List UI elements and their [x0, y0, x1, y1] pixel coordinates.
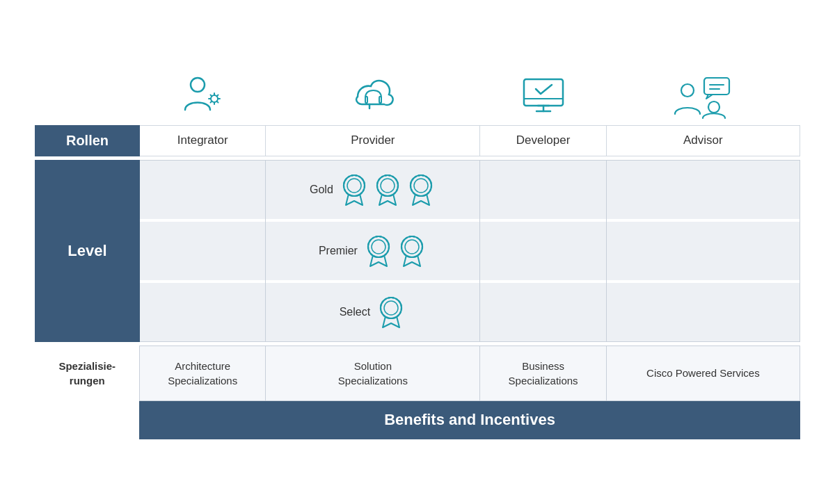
premier-integrator [140, 222, 266, 280]
spez-business: BusinessSpecializations [480, 346, 606, 400]
main-container: Rollen Integrator Provider Developer Adv… [35, 65, 800, 439]
overview-table: Rollen Integrator Provider Developer Adv… [35, 65, 800, 439]
architecture-specializations: ArchitectureSpecializations [168, 360, 237, 387]
icons-row [35, 65, 800, 126]
spez-cisco-powered: Cisco Powered Services [606, 346, 800, 400]
integrator-icon-cell [140, 65, 266, 126]
gold-provider: Gold [266, 160, 480, 219]
select-badges [376, 294, 406, 330]
gold-badge-3 [406, 172, 436, 208]
svg-line-9 [211, 101, 212, 102]
premier-content: Premier [271, 233, 474, 269]
rollen-row: Rollen Integrator Provider Developer Adv… [35, 125, 800, 156]
level-label-cell: Level [35, 160, 140, 341]
premier-label: Premier [319, 245, 358, 257]
select-label: Select [340, 306, 370, 318]
spez-solution: SolutionSpecializations [266, 346, 480, 400]
gold-integrator [140, 160, 266, 219]
gold-badges [339, 172, 436, 208]
premier-badge-2 [397, 233, 427, 269]
empty-icon-cell [35, 65, 140, 126]
solution-specializations: SolutionSpecializations [338, 360, 408, 387]
premier-badges [363, 233, 427, 269]
premier-row: Premier [35, 222, 800, 280]
integrator-icon [178, 72, 227, 121]
provider-icon [345, 72, 401, 121]
gold-row: Level Gold [35, 160, 800, 219]
svg-point-19 [708, 101, 719, 113]
benefits-row: Benefits and Incentives [35, 400, 800, 439]
level-label: Level [67, 242, 106, 259]
spez-row: Spezialisie-rungen ArchitectureSpecializ… [35, 346, 800, 400]
svg-point-18 [681, 84, 694, 97]
gold-advisor [606, 160, 800, 219]
advisor-label: Advisor [606, 125, 800, 156]
select-content: Select [271, 294, 474, 330]
cisco-powered-services: Cisco Powered Services [646, 367, 760, 379]
gold-badge-1 [339, 172, 369, 208]
svg-line-7 [217, 101, 218, 102]
benefits-empty [35, 400, 140, 439]
svg-point-30 [372, 240, 385, 254]
developer-icon-cell [480, 65, 606, 126]
select-advisor [606, 283, 800, 342]
svg-point-21 [347, 179, 361, 193]
gold-developer [480, 160, 606, 219]
select-badge-1 [376, 294, 406, 330]
provider-icon-cell [266, 65, 480, 126]
business-specializations: BusinessSpecializations [509, 360, 578, 387]
svg-line-8 [217, 95, 218, 96]
advisor-icon [668, 72, 738, 121]
spez-label: Spezialisie-rungen [58, 360, 116, 387]
gold-badge-2 [372, 172, 403, 208]
gold-content: Gold [271, 172, 474, 208]
select-provider: Select [266, 283, 480, 342]
premier-badge-1 [363, 233, 394, 269]
advisor-icon-cell [606, 65, 800, 126]
rollen-label-cell: Rollen [35, 125, 140, 156]
svg-point-0 [191, 78, 205, 92]
provider-label: Provider [266, 125, 480, 156]
spez-label-cell: Spezialisie-rungen [35, 346, 140, 400]
select-row: Select [35, 283, 800, 342]
svg-point-27 [414, 179, 428, 193]
svg-point-24 [381, 179, 395, 193]
svg-point-36 [384, 301, 398, 315]
select-developer [480, 283, 606, 342]
gold-label: Gold [310, 184, 333, 196]
premier-advisor [606, 222, 800, 280]
benefits-label: Benefits and Incentives [140, 400, 800, 439]
developer-icon [516, 72, 571, 121]
svg-line-6 [211, 95, 212, 96]
svg-rect-15 [704, 78, 729, 95]
spez-architecture: ArchitectureSpecializations [140, 346, 266, 400]
rollen-label: Rollen [66, 133, 109, 148]
integrator-label: Integrator [140, 125, 266, 156]
developer-label: Developer [480, 125, 606, 156]
premier-developer [480, 222, 606, 280]
premier-provider: Premier [266, 222, 480, 280]
select-integrator [140, 283, 266, 342]
svg-point-33 [405, 240, 419, 254]
